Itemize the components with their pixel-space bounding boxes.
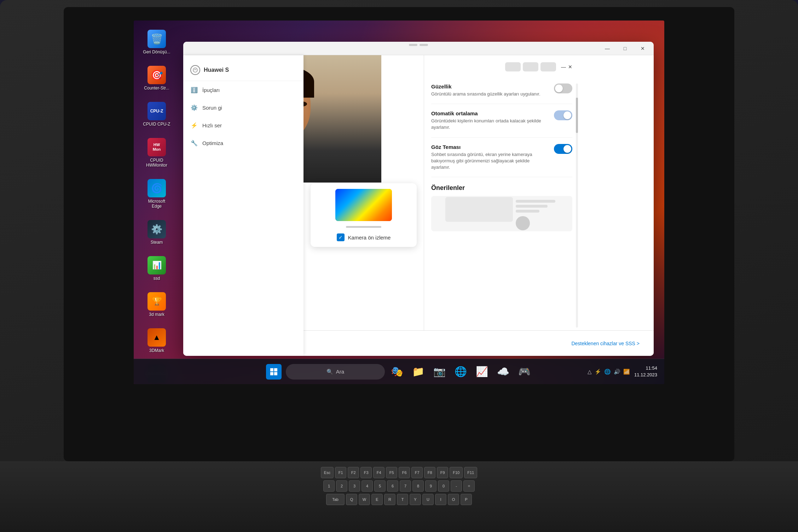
cs-icon: 🎯 [148, 66, 166, 84]
taskbar-chart[interactable]: 📈 [473, 363, 491, 381]
key-f6[interactable]: F6 [399, 467, 410, 478]
key-7[interactable]: 7 [400, 480, 411, 492]
goz-desc: Sohbet sırasında görüntü, ekran yerine k… [431, 151, 550, 171]
otomatik-info: Otomatik ortalama Görüntüdeki kişilerin … [431, 110, 550, 131]
key-f7[interactable]: F7 [411, 467, 423, 478]
system-clock[interactable]: 11:54 11.12.2023 [634, 365, 657, 378]
key-t[interactable]: T [397, 494, 408, 505]
guzellik-desc: Görüntülü arama sırasında güzellik ayarl… [431, 91, 550, 97]
quick-icon: ⚡ [190, 121, 198, 129]
onerilen-title: Önerilenler [431, 184, 572, 192]
desktop-icon-cpuz[interactable]: CPU-Z CPUID CPU-Z [141, 100, 173, 129]
desktop-icon-steam[interactable]: ⚙️ Steam [141, 218, 173, 247]
key-e[interactable]: E [371, 494, 383, 505]
key-3[interactable]: 3 [349, 480, 360, 492]
camera-checkbox-label: Kamera ön izleme [348, 235, 391, 241]
taskbar-camera[interactable]: 📷 [430, 363, 449, 381]
menu-item-quick[interactable]: ⚡ Hızlı ser [183, 116, 303, 134]
taskbar-search[interactable]: 🔍 Ara [286, 364, 385, 380]
keyboard-row-1: Esc F1 F2 F3 F4 F5 F6 F7 F8 F9 F10 F11 [321, 467, 477, 478]
key-1[interactable]: 1 [323, 480, 335, 492]
maximize-button[interactable]: □ [617, 43, 633, 54]
key-f9[interactable]: F9 [437, 467, 448, 478]
key-minus[interactable]: - [451, 480, 462, 492]
scroll-thumb[interactable] [576, 98, 578, 133]
key-equals[interactable]: = [463, 480, 475, 492]
key-8[interactable]: 8 [412, 480, 424, 492]
otomatik-toggle[interactable] [554, 110, 572, 120]
settings-tab-1[interactable] [505, 62, 521, 71]
steam-label: Steam [151, 240, 163, 245]
goz-toggle[interactable] [554, 144, 572, 154]
recycle-label: Geri Dönüşü... [143, 50, 170, 54]
close-button[interactable]: ✕ [635, 43, 651, 54]
desteklenen-link[interactable]: Desteklenen cihazlar ve SSS > [571, 341, 640, 346]
settings-close[interactable]: ✕ [568, 64, 572, 70]
key-i[interactable]: I [435, 494, 446, 505]
key-f1[interactable]: F1 [335, 467, 346, 478]
desktop-icon-edge[interactable]: 🌀 Microsoft Edge [141, 177, 173, 211]
taskbar-game[interactable]: 🎮 [515, 363, 533, 381]
desktop-icon-hwmon[interactable]: HWMon CPUID HWMonitor [141, 136, 173, 170]
desktop-icon-3dmark2[interactable]: ▲ 3DMark [141, 326, 173, 355]
key-q[interactable]: Q [346, 494, 357, 505]
tray-icons: △ ⚡ 🌐 🔊 📶 [588, 369, 630, 375]
key-4[interactable]: 4 [362, 480, 373, 492]
taskbar-edge[interactable]: 🌐 [451, 363, 470, 381]
taskbar-files[interactable]: 📁 [409, 363, 427, 381]
key-9[interactable]: 9 [425, 480, 436, 492]
settings-minimize[interactable]: — [561, 64, 566, 70]
search-placeholder: Ara [336, 369, 344, 375]
guzellik-toggle[interactable] [554, 83, 572, 93]
hwmon-icon: HWMon [148, 138, 166, 156]
taskbar-cloud[interactable]: ☁️ [494, 363, 512, 381]
key-6[interactable]: 6 [387, 480, 398, 492]
desktop-icon-recycle[interactable]: 🗑️ Geri Dönüşü... [141, 28, 173, 57]
otomatik-desc: Görüntüdeki kişilerin konumları ortada k… [431, 118, 550, 131]
huawei-side-panel: Huawei S ℹ️ İpuçları ⚙️ Sorun gi ⚡ Hızlı… [183, 55, 303, 356]
key-5[interactable]: 5 [374, 480, 386, 492]
minimize-button[interactable]: — [599, 43, 615, 54]
key-tab[interactable]: Tab [326, 494, 345, 505]
key-2[interactable]: 2 [336, 480, 347, 492]
device-thumbnail: ✓ Kamera ön izleme [311, 183, 417, 247]
camera-checkbox[interactable]: ✓ [337, 233, 345, 241]
desktop-icon-ssd[interactable]: 📊 ssd [141, 254, 173, 283]
menu-item-troubleshoot[interactable]: ⚙️ Sorun gi [183, 99, 303, 116]
power-icon[interactable]: ⚡ [595, 369, 601, 375]
key-0[interactable]: 0 [438, 480, 449, 492]
windows-start-button[interactable] [265, 363, 283, 381]
taskbar-system-tray: △ ⚡ 🌐 🔊 📶 11:54 11.12.2023 [588, 365, 657, 378]
key-f10[interactable]: F10 [450, 467, 463, 478]
key-w[interactable]: W [359, 494, 370, 505]
goz-row: Göz Teması Sohbet sırasında görüntü, ekr… [431, 144, 572, 171]
key-o[interactable]: O [448, 494, 459, 505]
key-f5[interactable]: F5 [386, 467, 397, 478]
wifi-icon[interactable]: 📶 [623, 369, 630, 375]
edge-taskbar-icon: 🌐 [455, 366, 467, 377]
keyboard-rows: Esc F1 F2 F3 F4 F5 F6 F7 F8 F9 F10 F11 1… [0, 461, 798, 511]
settings-tab-2[interactable] [523, 62, 538, 71]
key-r[interactable]: R [384, 494, 395, 505]
key-f8[interactable]: F8 [424, 467, 435, 478]
keyboard-row-3: Tab Q W E R T Y U I O P [326, 494, 472, 505]
key-esc[interactable]: Esc [321, 467, 334, 478]
key-f4[interactable]: F4 [373, 467, 384, 478]
menu-item-tips[interactable]: ℹ️ İpuçları [183, 81, 303, 99]
key-p[interactable]: P [461, 494, 472, 505]
menu-item-optimize[interactable]: 🔧 Optimiza [183, 134, 303, 152]
guzellik-row: Güzellik Görüntülü arama sırasında güzel… [431, 83, 572, 97]
key-f11[interactable]: F11 [464, 467, 477, 478]
explorer-icon: 🎭 [391, 366, 403, 377]
key-u[interactable]: U [422, 494, 434, 505]
taskbar-explorer[interactable]: 🎭 [388, 363, 406, 381]
volume-icon[interactable]: 🔊 [614, 369, 620, 375]
key-y[interactable]: Y [410, 494, 421, 505]
key-f2[interactable]: F2 [348, 467, 359, 478]
key-f3[interactable]: F3 [360, 467, 372, 478]
network-icon[interactable]: 🌐 [604, 369, 611, 375]
tray-up-icon[interactable]: △ [588, 369, 592, 375]
desktop-icon-cs[interactable]: 🎯 Counter-Str... [141, 64, 173, 93]
desktop-icon-3dmark[interactable]: 🏆 3d mark [141, 290, 173, 319]
settings-tab-3[interactable] [540, 62, 556, 71]
